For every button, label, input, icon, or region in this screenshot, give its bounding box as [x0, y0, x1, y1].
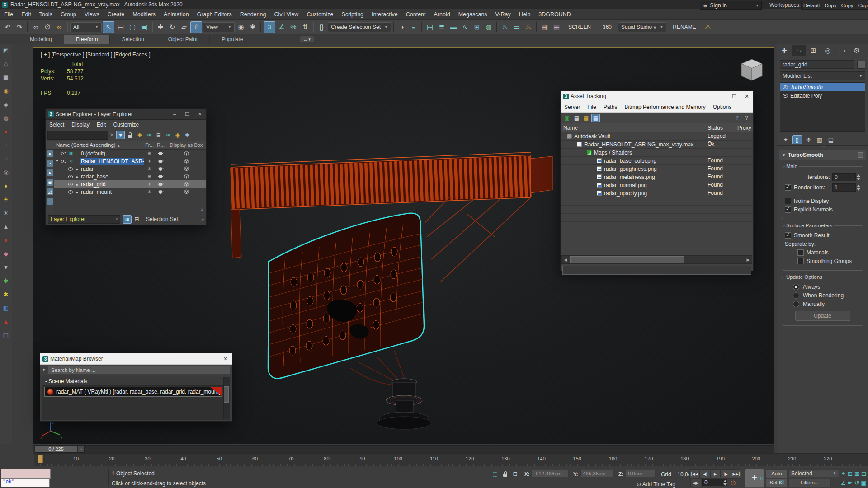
isoline-display-checkbox[interactable]	[785, 198, 791, 204]
layer-name[interactable]: radar_base	[80, 173, 144, 180]
select-and-link-icon[interactable]: ∞ ▼	[30, 22, 41, 33]
display-as-box-toggle[interactable]	[166, 182, 206, 187]
visibility-eye-icon[interactable]	[68, 190, 73, 194]
asset-row-normal[interactable]: radar_normal.png Found	[561, 181, 753, 189]
select-and-scale-icon[interactable]: ▱ ▼	[179, 22, 189, 33]
left-tool-icon-15[interactable]: ●	[1, 236, 10, 245]
rectangular-selection-icon[interactable]: ▢ ▼	[127, 22, 138, 33]
auto-key-button[interactable]: Auto	[766, 469, 788, 478]
display-cameras-icon[interactable]: ▣	[47, 179, 53, 186]
menu-megascans[interactable]: Megascans	[454, 9, 491, 19]
toggle-scene-explorer-icon[interactable]: ▤ ▼	[425, 22, 435, 33]
se-menu-customize[interactable]: Customize	[109, 122, 142, 128]
create-selection-set-dropdown[interactable]: Create Selection Set ▼	[328, 22, 391, 32]
update-button[interactable]: Update	[795, 311, 850, 321]
align-icon[interactable]: ≡ ▼	[408, 22, 419, 33]
sign-in-button[interactable]: ☻ Sign In ▼	[700, 1, 762, 10]
unlink-selection-icon[interactable]: ∅ ▼	[42, 22, 53, 33]
layer-name[interactable]: Radar_HENSOLDT_ASR-NG	[80, 158, 144, 165]
scrollbar-thumb[interactable]	[224, 386, 229, 403]
left-tool-icon-6[interactable]: ◍	[1, 114, 10, 123]
expand-icon[interactable]: »	[201, 207, 203, 212]
at-menu-options[interactable]: Options	[709, 104, 735, 110]
se-menu-select[interactable]: Select	[46, 122, 68, 128]
close-button[interactable]: ✕	[193, 111, 206, 117]
toggle-ribbon-icon[interactable]: ▬ ▼	[448, 22, 459, 33]
use-pivot-center-icon[interactable]: ◉ ▼	[236, 22, 246, 33]
explicit-normals-checkbox[interactable]	[785, 206, 791, 213]
render-iters-field[interactable]: 1	[832, 183, 856, 192]
help-icon[interactable]: ?	[733, 114, 741, 122]
horizontal-scrollbar[interactable]: ◀ ▶	[561, 255, 752, 264]
turbosmooth-rollout-header[interactable]: ▼ TurboSmooth	[779, 150, 866, 160]
freeze-toggle[interactable]: ✳	[144, 174, 155, 179]
left-tool-icon-18[interactable]: ✚	[1, 277, 10, 286]
object-name-field[interactable]: radar_grid	[780, 60, 854, 69]
next-frame-button[interactable]: |▶	[721, 469, 731, 479]
left-tool-icon-4[interactable]: ◉	[1, 87, 10, 96]
visibility-eye-icon[interactable]	[61, 160, 66, 163]
orbit-icon[interactable]: ↺	[854, 479, 860, 488]
object-color-swatch[interactable]	[857, 61, 865, 69]
zoom-extents-all-icon[interactable]: ⊡	[860, 469, 867, 479]
remove-modifier-icon[interactable]: ▥	[815, 135, 825, 144]
freeze-toggle[interactable]: ✳	[144, 189, 155, 194]
menu-customize[interactable]: Customize	[302, 9, 337, 19]
left-tool-icon-12[interactable]: ☀	[1, 195, 10, 204]
redo-icon[interactable]: ↷ ▼	[14, 22, 25, 33]
utilities-tab[interactable]: ⚙	[849, 45, 864, 56]
se-menu-display[interactable]: Display	[68, 122, 93, 128]
selection-filter-dropdown[interactable]: All ▼	[70, 22, 102, 32]
visibility-eye-icon[interactable]	[61, 152, 66, 155]
render-setup-icon[interactable]: ♨ ▼	[500, 22, 510, 33]
add-time-tag[interactable]: ⊙ Add Time Tag	[637, 481, 675, 488]
explorer-mode-dropdown[interactable]: Layer Explorer ▾	[48, 215, 120, 224]
y-coordinate-field[interactable]: 465,85cm	[580, 470, 614, 477]
left-tool-icon-20[interactable]: ◧	[1, 304, 10, 313]
visibility-eye-icon[interactable]	[68, 175, 73, 178]
set-key-button[interactable]: Set K.	[766, 479, 788, 487]
squid-studio-dropdown[interactable]: Squid Studio v ▼	[618, 22, 666, 32]
left-tool-icon-11[interactable]: ♦	[1, 182, 10, 191]
display-as-box-toggle[interactable]	[166, 166, 206, 172]
isolate-selection-icon[interactable]: ⬚	[491, 470, 500, 478]
viewport-layout-alt-icon[interactable]: ▦ ▼	[551, 22, 562, 33]
menu-arnold[interactable]: Arnold	[430, 9, 454, 19]
select-and-place-icon[interactable]: ⇧ ▼	[190, 21, 202, 33]
render-iters-checkbox[interactable]	[785, 184, 791, 191]
layer-name[interactable]: radar	[80, 165, 144, 173]
menu-rendering[interactable]: Rendering	[236, 9, 270, 19]
expand-icon[interactable]: »	[201, 217, 204, 222]
left-tool-icon-8[interactable]: ◔	[1, 141, 10, 150]
configure-modifier-sets-icon[interactable]: ▤	[826, 135, 836, 144]
left-tool-icon-13[interactable]: ✳	[1, 209, 10, 218]
tab-populate[interactable]: Populate	[210, 35, 255, 44]
layer-name[interactable]: 0 (default)	[80, 150, 144, 157]
track-bar-ruler[interactable]: 1020304050607080901001101201301401501601…	[34, 453, 868, 466]
viewport-label[interactable]: [ + ] [Perspective ] [Standard ] [Edged …	[41, 52, 150, 58]
visibility-eye-icon[interactable]	[68, 167, 73, 171]
close-button[interactable]: ✕	[741, 94, 753, 99]
menu-interactive[interactable]: Interactive	[368, 9, 402, 19]
layer-mode-icon[interactable]: ≋	[123, 215, 132, 224]
menu-tools[interactable]: Tools	[35, 9, 57, 19]
rendered-frame-icon[interactable]: ▭ ▼	[511, 22, 522, 33]
left-tool-icon-1[interactable]: ◩	[1, 46, 10, 55]
select-and-rotate-icon[interactable]: ↻ ▼	[167, 22, 178, 33]
x-coordinate-field[interactable]: -912,468cm	[532, 470, 569, 477]
go-to-start-button[interactable]: |◀◀	[689, 469, 700, 479]
show-end-result-icon[interactable]: ▯	[792, 135, 802, 144]
spinner-snap-icon[interactable]: ⇅ ▼	[300, 22, 311, 33]
modify-tab[interactable]: ▱	[792, 45, 806, 56]
asset-table-header[interactable]: Name Status Proxy	[561, 123, 753, 132]
materials-checkbox[interactable]	[797, 249, 804, 256]
layer-row-default[interactable]: 0 (default) ✳	[54, 150, 206, 157]
render-toggle[interactable]	[155, 182, 166, 187]
stack-row-editable-poly[interactable]: Editable Poly	[780, 91, 865, 100]
zoom-icon[interactable]: ⌖	[840, 469, 847, 479]
minimize-button[interactable]: –	[168, 111, 181, 117]
object-row-radar-base[interactable]: radar_base ✳	[54, 173, 206, 180]
object-row-radar[interactable]: radar ✳	[54, 165, 206, 173]
bind-to-spacewarp-icon[interactable]: ∞ ▼	[54, 22, 65, 33]
asset-row-goughness[interactable]: radar_goughness.png Found	[561, 165, 753, 173]
